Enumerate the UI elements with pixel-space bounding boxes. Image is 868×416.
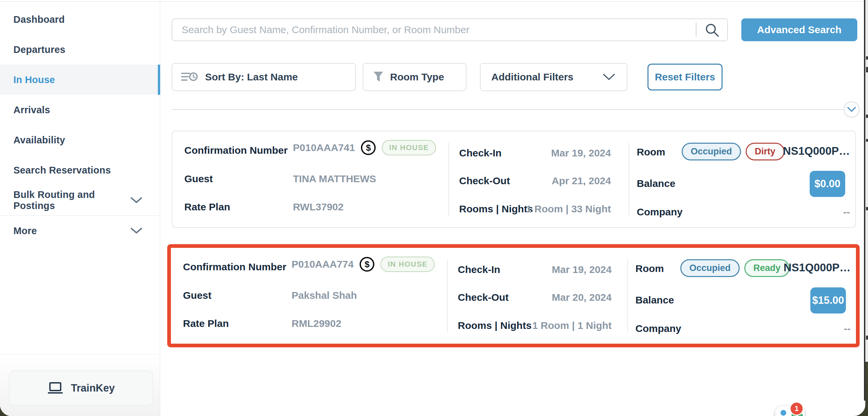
status-badge: IN HOUSE	[380, 257, 435, 272]
sidebar-item-label: Availability	[13, 135, 65, 146]
trainkey-label: TrainKey	[71, 382, 115, 394]
confirmation-number: P010AAA741	[293, 142, 355, 153]
occupied-badge: Occupied	[680, 259, 740, 277]
rate-plan-value: RWL37902	[293, 201, 343, 213]
reset-filters-button[interactable]: Reset Filters	[648, 64, 722, 90]
dollar-icon[interactable]: $	[361, 140, 376, 155]
reservation-card[interactable]: Confirmation Number P010AAA774 $ IN HOUS…	[171, 248, 856, 344]
balance-button[interactable]: $0.00	[810, 171, 845, 197]
chevron-down-icon	[602, 73, 615, 81]
rate-plan-label: Rate Plan	[183, 318, 229, 329]
company-value: --	[843, 206, 850, 218]
check-in-date: Mar 19, 2024	[551, 148, 611, 159]
additional-filters-label: Additional Filters	[491, 71, 574, 83]
sidebar-item-label: Search Reservations	[13, 165, 111, 176]
sidebar-item-label: Bulk Routing and Postings	[13, 189, 130, 211]
trainkey-button[interactable]: TrainKey	[9, 371, 153, 406]
sidebar-item-departures[interactable]: Departures	[0, 34, 160, 65]
occupied-badge: Occupied	[682, 143, 741, 160]
balance-button[interactable]: $15.00	[810, 287, 846, 314]
rooms-nights-value: 1 Room | 33 Night	[526, 203, 611, 215]
card-divider	[627, 259, 628, 332]
room-label: Room	[637, 147, 665, 158]
sidebar-item-bulk-routing[interactable]: Bulk Routing and Postings	[0, 185, 160, 215]
check-out-label: Check-Out	[458, 292, 509, 303]
confirmation-label: Confirmation Number	[183, 261, 286, 273]
edge-artifact	[866, 139, 868, 142]
sidebar-item-more[interactable]: More	[0, 216, 160, 246]
check-in-label: Check-In	[459, 148, 502, 159]
dollar-icon[interactable]: $	[360, 257, 374, 271]
sidebar-item-label: In House	[13, 74, 55, 86]
balance-label: Balance	[637, 178, 675, 189]
sort-by-dropdown[interactable]: Sort By: Last Name	[172, 63, 356, 91]
sidebar-item-arrivals[interactable]: Arrivals	[0, 95, 160, 125]
balance-label: Balance	[636, 294, 674, 306]
highlight-frame: Confirmation Number P010AAA774 $ IN HOUS…	[167, 244, 860, 347]
sidebar-item-availability[interactable]: Availability	[0, 125, 160, 155]
screen: Dashboard Departures In House Arrivals A…	[0, 0, 868, 416]
check-out-date: Apr 21, 2024	[552, 175, 611, 187]
collapse-chevron-button[interactable]	[843, 101, 860, 118]
search-input[interactable]	[172, 19, 728, 41]
status-badge: IN HOUSE	[382, 140, 436, 155]
card-divider	[447, 259, 448, 332]
additional-filters-dropdown[interactable]: Additional Filters	[480, 63, 627, 91]
funnel-icon	[373, 71, 383, 83]
card-divider	[448, 143, 449, 216]
sort-by-label: Sort By: Last Name	[205, 71, 298, 83]
advanced-search-button[interactable]: Advanced Search	[741, 19, 857, 41]
edge-artifact	[866, 67, 868, 72]
sidebar-item-label: Dashboard	[13, 14, 65, 25]
sidebar-footer: TrainKey	[0, 354, 160, 416]
room-label: Room	[636, 263, 664, 274]
sidebar-item-dashboard[interactable]: Dashboard	[0, 4, 160, 34]
background-window-sliver	[865, 0, 868, 362]
logo-dot	[780, 410, 786, 416]
edge-artifact	[866, 335, 868, 340]
guest-label: Guest	[183, 290, 212, 301]
room-status-pills: Occupied Ready	[680, 259, 789, 277]
card-divider	[629, 143, 629, 216]
reservation-card[interactable]: Confirmation Number P010AAA741 $ IN HOUS…	[172, 131, 856, 228]
chevron-down-icon	[847, 107, 856, 112]
sidebar-nav: Dashboard Departures In House Arrivals A…	[0, 4, 160, 246]
results-divider	[172, 109, 843, 110]
room-type-label: Room Type	[390, 71, 444, 83]
company-value: --	[844, 323, 850, 334]
sidebar-item-label: More	[13, 225, 37, 236]
confirmation-row: P010AAA774 $ IN HOUSE	[291, 257, 435, 272]
check-in-date: Mar 19, 2024	[552, 264, 612, 275]
chevron-down-icon	[130, 227, 143, 234]
sidebar-item-label: Arrivals	[13, 104, 50, 116]
check-out-date: Mar 20, 2024	[552, 292, 612, 303]
confirmation-label: Confirmation Number	[184, 145, 287, 156]
sidebar-item-label: Departures	[13, 44, 65, 55]
search-separator	[696, 23, 696, 37]
confirmation-number: P010AAA774	[291, 259, 353, 270]
rate-plan-label: Rate Plan	[184, 201, 230, 213]
edge-artifact	[866, 56, 868, 60]
guest-name: Pakshal Shah	[291, 290, 357, 301]
sidebar-item-search-reservations[interactable]: Search Reservations	[0, 155, 160, 185]
ready-badge: Ready	[744, 259, 789, 277]
room-status-pills: Occupied Dirty	[682, 143, 784, 160]
check-in-label: Check-In	[458, 264, 500, 275]
check-out-label: Check-Out	[459, 175, 510, 187]
search-icon[interactable]	[705, 23, 720, 38]
room-type-dropdown[interactable]: Room Type	[363, 63, 466, 91]
sidebar-item-in-house[interactable]: In House	[0, 65, 160, 95]
edge-artifact	[866, 207, 868, 210]
room-number: NS1Q000P…	[783, 261, 850, 274]
chevron-down-icon	[130, 197, 143, 204]
guest-label: Guest	[184, 173, 213, 185]
company-label: Company	[637, 206, 683, 218]
rate-plan-value: RML29902	[291, 318, 341, 329]
rooms-nights-label: Rooms | Nights	[459, 203, 533, 215]
edge-artifact	[866, 115, 868, 118]
dirty-badge: Dirty	[746, 143, 784, 160]
company-label: Company	[636, 323, 681, 334]
laptop-icon	[48, 382, 63, 394]
rooms-nights-label: Rooms | Nights	[458, 320, 531, 331]
sidebar: Dashboard Departures In House Arrivals A…	[0, 2, 160, 416]
